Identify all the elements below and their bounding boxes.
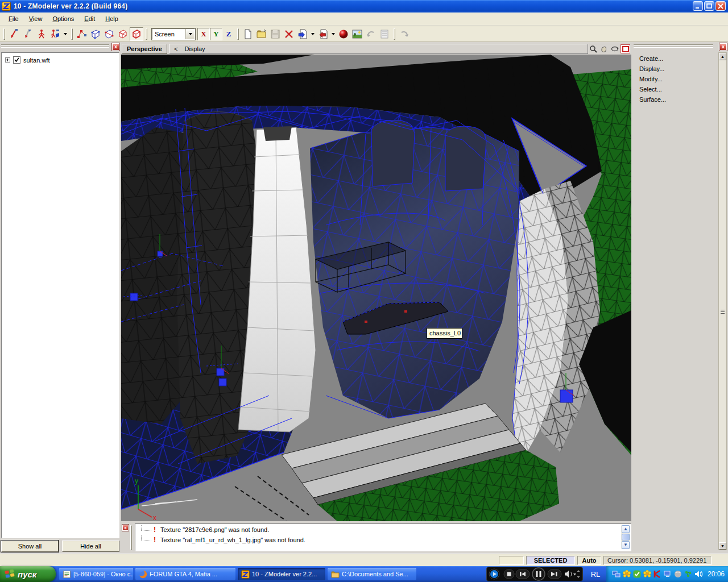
network-icon[interactable] (612, 569, 621, 579)
select-dropdown-icon[interactable] (64, 33, 67, 35)
scroll-up-icon[interactable]: ▲ (622, 525, 630, 533)
show-all-button[interactable]: Show all (1, 541, 59, 552)
title-bar[interactable]: 10 - ZModeler ver 2.2.2 (Build 964) (0, 0, 728, 13)
tree-item-sultan[interactable]: sultan.wft (2, 53, 119, 64)
objects-level-icon[interactable] (130, 27, 143, 41)
scroll-down-icon[interactable]: ▼ (719, 542, 726, 550)
menu-view[interactable]: View (24, 14, 48, 24)
expand-icon[interactable] (5, 57, 10, 63)
hide-all-button[interactable]: Hide all (62, 541, 119, 552)
volume-tray-icon[interactable] (694, 569, 703, 579)
kaspersky-icon[interactable] (653, 569, 662, 579)
panel-grip[interactable] (1, 44, 109, 48)
panel-close-icon[interactable]: x (112, 43, 119, 51)
toolbar-grip[interactable] (146, 28, 147, 40)
history-list-icon-disabled (378, 27, 391, 41)
combo-dropdown-icon[interactable] (185, 29, 195, 39)
scroll-down-icon[interactable]: ▼ (622, 541, 630, 549)
network-pc-icon[interactable] (663, 569, 672, 579)
view-mode-bar[interactable]: < Display (169, 44, 588, 54)
menu-edit[interactable]: Edit (79, 14, 100, 24)
menu-file[interactable]: File (3, 14, 24, 24)
view-mode-label[interactable]: Display (184, 45, 205, 52)
texture-browser-icon[interactable] (350, 27, 364, 41)
toolbar-grip[interactable] (71, 28, 73, 40)
axis-x-toggle[interactable]: X (197, 28, 210, 40)
visibility-checkbox[interactable] (13, 56, 20, 64)
export-icon[interactable] (316, 27, 330, 41)
select-quadr-icon[interactable] (21, 27, 35, 41)
icq-flower-icon[interactable] (622, 569, 631, 579)
polygons-level-icon[interactable] (102, 27, 116, 41)
minimize-button[interactable] (693, 1, 703, 11)
menu-create[interactable]: Create... (632, 53, 718, 64)
menu-surface[interactable]: Surface... (632, 94, 718, 105)
pan-tool-icon[interactable] (599, 44, 609, 53)
import-dropdown-icon[interactable] (311, 33, 315, 35)
scene-tree[interactable]: sultan.wft (1, 52, 119, 538)
view-type-button[interactable]: Perspective (122, 44, 167, 54)
object-tooltip: chassis_L0 (427, 328, 462, 339)
zmodeler-window: 10 - ZModeler ver 2.2.2 (Build 964) File… (0, 0, 728, 582)
language-indicator[interactable]: RL (587, 566, 604, 582)
toolbar-grip[interactable] (3, 28, 5, 40)
menu-display[interactable]: Display... (632, 64, 718, 74)
viewport-3d[interactable]: y x chassis_L0 (121, 55, 631, 521)
log-grip[interactable] (130, 525, 132, 550)
antivirus-ok-icon[interactable] (632, 569, 642, 579)
icq-flower-icon[interactable] (643, 569, 652, 579)
back-arrow[interactable]: < (174, 45, 177, 52)
qip-sphere-icon[interactable] (673, 569, 682, 579)
combo-value: Screen (152, 31, 185, 38)
axis-y-toggle[interactable]: Y (210, 28, 222, 40)
status-bar: SELECTED MODE Auto Cursor: 0.53081, -0.1… (0, 554, 728, 566)
task-forum-window[interactable]: [5-860-059] - Окно с... (59, 568, 133, 580)
vertices-level-icon[interactable] (75, 27, 89, 41)
maximize-button[interactable] (704, 1, 714, 11)
commands-panel: x Create... Display... Modify... Select.… (632, 43, 728, 553)
orbit-tool-icon[interactable] (610, 44, 619, 53)
zoom-tool-icon[interactable] (588, 44, 598, 53)
edges-level-icon[interactable] (89, 27, 102, 41)
menu-modify[interactable]: Modify... (632, 74, 718, 84)
toolbar-grip[interactable] (394, 28, 395, 40)
surfaces-level-icon[interactable] (116, 27, 130, 41)
scroll-grip[interactable] (721, 310, 725, 314)
task-explorer[interactable]: C:\Documents and Se... (328, 568, 416, 580)
panel-close-icon[interactable]: x (719, 43, 727, 51)
task-firefox[interactable]: FORUM GTA 4, Mafia ... (135, 568, 235, 580)
panel-scrollbar[interactable]: ▲ ▼ (718, 52, 727, 550)
system-tray: 20:06 (606, 566, 728, 582)
delete-icon[interactable] (282, 27, 296, 41)
log-list[interactable]: ! Texture "2817c9e6.png" was not found. … (135, 523, 631, 551)
log-close-icon[interactable]: x (122, 525, 129, 531)
menu-select[interactable]: Select... (632, 84, 718, 94)
task-zmodeler[interactable]: 10 - ZModeler ver 2.2... (238, 568, 325, 580)
status-auto-toggle[interactable]: Auto (577, 556, 601, 565)
warning-icon: ! (154, 536, 156, 544)
export-dropdown-icon[interactable] (332, 33, 335, 35)
scroll-thumb[interactable] (622, 534, 630, 541)
select-separated-icon[interactable] (35, 27, 48, 41)
log-scrollbar[interactable]: ▲ ▼ (621, 525, 630, 549)
select-mode-icon[interactable] (48, 27, 62, 41)
panel-grip[interactable] (634, 44, 713, 48)
close-button[interactable] (715, 1, 726, 11)
new-file-icon[interactable] (241, 27, 255, 41)
lan-nodes-icon[interactable] (684, 569, 693, 579)
axis-z-toggle[interactable]: Z (222, 28, 235, 40)
tray-clock[interactable]: 20:06 (708, 570, 725, 578)
open-file-icon[interactable] (255, 27, 268, 41)
maximize-view-icon[interactable] (621, 44, 630, 53)
import-icon[interactable] (296, 27, 309, 41)
coordinate-space-combo[interactable]: Screen (152, 28, 195, 40)
start-button[interactable]: пуск (0, 566, 56, 582)
materials-editor-icon[interactable] (337, 27, 350, 41)
menu-help[interactable]: Help (100, 14, 123, 24)
select-single-icon[interactable] (7, 27, 21, 41)
toolbar-grip[interactable] (237, 28, 239, 40)
menu-options[interactable]: Options (47, 14, 79, 24)
save-file-icon-disabled (268, 27, 282, 41)
scroll-up-icon[interactable]: ▲ (719, 53, 726, 60)
media-player-toolbar[interactable] (486, 567, 583, 581)
